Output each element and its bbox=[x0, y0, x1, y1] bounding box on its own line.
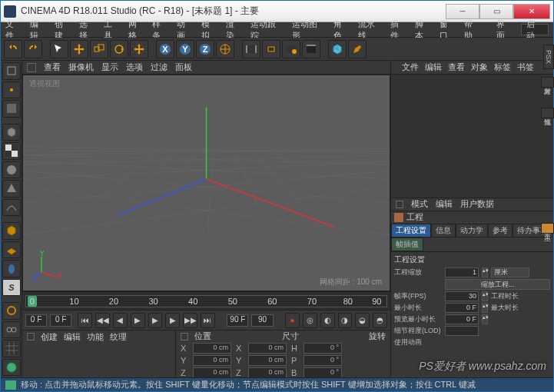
frame-end-input[interactable]: 90 F bbox=[227, 314, 248, 327]
material-button[interactable] bbox=[2, 359, 21, 377]
move-button[interactable] bbox=[70, 40, 88, 58]
maximize-button[interactable]: ▭ bbox=[479, 4, 513, 19]
tab-reference[interactable]: 参考 bbox=[488, 224, 513, 238]
om-file[interactable]: 文件 bbox=[402, 61, 419, 73]
am-mode[interactable]: 模式 bbox=[411, 198, 428, 210]
mat-grip-icon[interactable] bbox=[27, 333, 35, 341]
coord-system-button[interactable] bbox=[216, 40, 234, 58]
min-spinner[interactable]: ▴▾ bbox=[482, 303, 488, 313]
point-mode-button[interactable] bbox=[2, 81, 21, 99]
play-back-button[interactable]: ▶ bbox=[131, 313, 145, 328]
z-axis-button[interactable]: Z bbox=[196, 40, 214, 58]
tab-project-settings[interactable]: 工程设置 bbox=[391, 224, 431, 238]
am-grip-icon[interactable] bbox=[396, 201, 403, 208]
frame-current-input[interactable]: 0 F bbox=[50, 314, 71, 327]
cube-primitive-button[interactable] bbox=[328, 40, 347, 58]
coord-pos-tab[interactable]: 位置 bbox=[194, 331, 211, 342]
pen-button[interactable] bbox=[348, 40, 367, 58]
mat-edit[interactable]: 编辑 bbox=[64, 331, 81, 343]
vp-view[interactable]: 查看 bbox=[44, 61, 61, 73]
render-button[interactable] bbox=[242, 40, 260, 58]
rot-b-input[interactable]: 0 ° bbox=[304, 367, 342, 377]
om-view[interactable]: 查看 bbox=[448, 61, 465, 73]
goto-end-button[interactable]: ⏭ bbox=[201, 313, 215, 328]
side-tab-object[interactable]: 对象 bbox=[541, 77, 554, 88]
vp-options[interactable]: 选项 bbox=[126, 61, 143, 73]
sphere-button[interactable] bbox=[2, 161, 21, 179]
size-y-input[interactable]: 0 cm bbox=[248, 355, 287, 366]
mat-texture[interactable]: 纹理 bbox=[110, 331, 127, 343]
side-tab-main[interactable]: 主页 bbox=[541, 223, 554, 234]
render-settings-button[interactable] bbox=[282, 40, 300, 58]
coord-size-tab[interactable]: 尺寸 bbox=[282, 331, 299, 342]
frame-start-input[interactable]: 0 F bbox=[25, 314, 47, 327]
prev-key-button[interactable]: ◀◀ bbox=[95, 313, 110, 328]
timeline[interactable]: 0 10 20 30 40 50 60 70 80 90 bbox=[22, 291, 390, 310]
play-forward-button[interactable]: ▶ bbox=[148, 313, 163, 328]
record-button[interactable]: ● bbox=[285, 313, 300, 328]
lod-input[interactable] bbox=[445, 326, 479, 336]
mat-create[interactable]: 创建 bbox=[41, 331, 58, 343]
vp-cameras[interactable]: 摄像机 bbox=[68, 61, 94, 73]
min-time-input[interactable]: 0 F bbox=[445, 303, 479, 313]
undo-button[interactable] bbox=[4, 40, 22, 58]
vp-display[interactable]: 显示 bbox=[101, 61, 118, 73]
floor-button[interactable] bbox=[2, 241, 21, 259]
key-pos-button[interactable]: ◐ bbox=[320, 313, 335, 328]
am-edit[interactable]: 编辑 bbox=[436, 198, 453, 210]
side-tab-content[interactable]: 属性 bbox=[541, 108, 554, 118]
mat-function[interactable]: 功能 bbox=[87, 331, 104, 343]
vp-grip-icon[interactable] bbox=[27, 63, 36, 72]
autokey-button[interactable]: ◎ bbox=[303, 313, 317, 328]
layout-select[interactable]: 启动 bbox=[521, 24, 549, 35]
prev-frame-button[interactable]: ◀ bbox=[113, 313, 128, 328]
nurbs-button[interactable] bbox=[2, 199, 21, 217]
size-z-input[interactable]: 0 cm bbox=[248, 367, 287, 377]
mouse-button[interactable] bbox=[2, 260, 21, 277]
fps-spinner[interactable]: ▴▾ bbox=[482, 291, 488, 301]
grid-button[interactable] bbox=[2, 340, 21, 357]
chain-button[interactable] bbox=[2, 321, 21, 339]
y-axis-button[interactable]: Y bbox=[176, 40, 194, 58]
cube2-button[interactable] bbox=[2, 222, 21, 240]
preview-min-input[interactable]: 0 F bbox=[445, 314, 479, 324]
next-frame-button[interactable]: ▶ bbox=[165, 313, 180, 328]
side-tab-psx[interactable]: PSX bbox=[543, 45, 554, 69]
object-manager-list[interactable] bbox=[391, 75, 553, 198]
project-scale-input[interactable]: 1 bbox=[445, 267, 479, 277]
viewport-perspective[interactable]: 透视视图 X Y Z bbox=[22, 75, 390, 291]
s-select-button[interactable]: S bbox=[2, 279, 21, 297]
rot-p-input[interactable]: 0 ° bbox=[304, 355, 342, 366]
coord-rot-tab[interactable]: 旋转 bbox=[369, 331, 386, 342]
prev-spinner[interactable]: ▴▾ bbox=[482, 314, 488, 324]
next-key-button[interactable]: ▶▶ bbox=[183, 313, 197, 328]
tab-interpolation[interactable]: 帧插值 bbox=[391, 238, 423, 251]
size-x-input[interactable]: 0 cm bbox=[248, 343, 287, 354]
tab-dynamics[interactable]: 动力学 bbox=[456, 224, 488, 238]
scale-spinner[interactable]: ▴▾ bbox=[482, 267, 488, 277]
cube-tool-button[interactable] bbox=[2, 124, 21, 141]
circle-button[interactable] bbox=[2, 302, 21, 320]
fps-input[interactable]: 30 bbox=[445, 291, 479, 301]
am-userdata[interactable]: 用户数据 bbox=[460, 198, 494, 210]
pos-y-input[interactable]: 0 cm bbox=[193, 355, 231, 366]
close-button[interactable]: ✕ bbox=[513, 4, 550, 19]
om-edit[interactable]: 编辑 bbox=[425, 61, 442, 73]
vp-panel[interactable]: 面板 bbox=[175, 61, 192, 73]
tab-info[interactable]: 信息 bbox=[431, 224, 456, 238]
goto-start-button[interactable]: ⏮ bbox=[78, 313, 92, 328]
texture-mode-button[interactable] bbox=[2, 100, 21, 118]
redo-button[interactable] bbox=[24, 40, 42, 58]
pos-z-input[interactable]: 0 cm bbox=[193, 367, 231, 377]
scale-unit-select[interactable]: 厘米 bbox=[491, 267, 529, 277]
coord-grip-icon[interactable] bbox=[181, 333, 188, 341]
scale-button[interactable] bbox=[90, 40, 108, 58]
key-param-button[interactable]: ◓ bbox=[373, 313, 387, 328]
x-axis-button[interactable]: X bbox=[156, 40, 174, 58]
om-bookmarks[interactable]: 书签 bbox=[517, 61, 534, 73]
minimize-button[interactable]: ─ bbox=[446, 4, 479, 19]
key-rot-button[interactable]: ◒ bbox=[355, 313, 370, 328]
scale-project-button[interactable]: 缩放工程... bbox=[445, 279, 550, 290]
key-scale-button[interactable]: ◑ bbox=[338, 313, 353, 328]
om-tags[interactable]: 标签 bbox=[494, 61, 511, 73]
